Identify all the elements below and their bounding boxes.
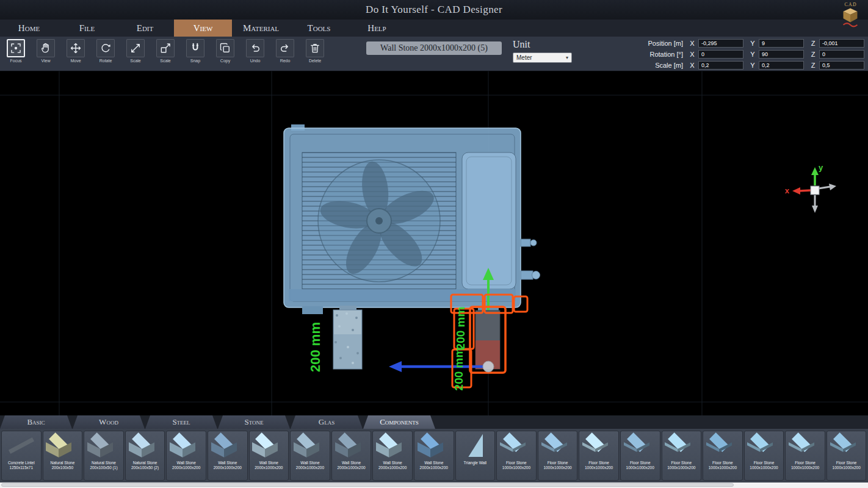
palette-item-thumbnail [7,432,35,461]
position-x-input[interactable] [698,39,743,48]
palette-item-name: Wall Stone [424,461,443,465]
palette-item-thumbnail [667,432,695,461]
palette-item[interactable]: Concrete Lintel 1250x115x71 [1,431,42,481]
palette-item-size: 1000x1000x200 [750,465,778,470]
transform-panel: Position [m] X Y Z Rotation [°] X Y Z Sc… [627,38,864,70]
unit-select[interactable]: Meter ▾ [513,52,572,63]
rotate-button[interactable]: Rotate [95,39,117,63]
palette-item-size: 2000x1000x200 [172,465,200,470]
stone-pillar[interactable] [333,306,362,369]
menu-item-material[interactable]: Material [232,20,290,37]
palette-item[interactable]: Floor Stone 1000x1000x200 [744,431,784,481]
palette-item[interactable]: Floor Stone 1000x1000x200 [785,431,825,481]
ac-unit-model[interactable] [284,124,540,314]
dimension-label: 200 mm [308,322,323,372]
palette-item-size: 2000x1000x200 [214,465,242,470]
selected-stone-block[interactable] [476,310,500,369]
palette-item[interactable]: Wall Stone 2000x1000x200 [414,431,454,481]
tab-basic[interactable]: Basic [0,415,72,429]
palette-item[interactable]: Wall Stone 2000x1000x200 [372,431,413,481]
palette-item-name: Wall Stone [300,461,319,465]
tab-components[interactable]: Components [363,415,435,429]
palette-item-size: 1000x1000x200 [502,465,530,470]
palette-item-thumbnail [420,432,448,461]
palette-item-size: 1000x1000x200 [543,465,571,470]
palette-item-size: 200x100x50 [52,465,73,470]
rotation-y-input[interactable] [759,50,804,59]
menu-item-edit[interactable]: Edit [116,20,174,37]
palette-item[interactable]: Triangle Wall [455,431,496,481]
palette-item-thumbnail [255,432,283,461]
rotation-z-input[interactable] [819,50,864,59]
scrollbar-thumb[interactable] [1,483,734,487]
menu-item-view[interactable]: View [174,20,232,37]
palette-item[interactable]: Floor Stone 1000x1000x200 [703,431,743,481]
palette-item-thumbnail [131,432,159,461]
viewport-canvas[interactable]: 200 mm 200 mm 200 mm y x [0,71,868,415]
palette-item-name: Floor Stone [630,461,651,465]
transform-row-position: Position [m] X Y Z [627,38,864,48]
palette-item-thumbnail [48,432,76,461]
axis-y-label: Y [749,40,756,47]
palette-item-name: Wall Stone [218,461,237,465]
focus-button[interactable]: Focus [5,39,27,63]
dimension-label: 200 mm [452,348,465,391]
unit-control: Unit Meter ▾ [513,39,572,63]
palette-item-thumbnail [214,432,242,461]
palette-item[interactable]: Floor Stone 1000x1000x200 [662,431,702,481]
palette-item[interactable]: Floor Stone 1000x1000x200 [826,431,867,481]
gizmo-origin-handle[interactable] [483,361,494,372]
palette-item-name: Wall Stone [383,461,402,465]
palette-item[interactable]: Floor Stone 1000x1000x200 [579,431,619,481]
scale-x-input[interactable] [698,61,743,70]
position-y-input[interactable] [759,39,804,48]
rotation-x-input[interactable] [698,50,743,59]
scale-y-input[interactable] [759,61,804,70]
palette-item[interactable]: Wall Stone 2000x1000x200 [249,431,289,481]
scale-z-input[interactable] [819,61,864,70]
palette-item-name: Floor Stone [754,461,775,465]
view-button[interactable]: View [35,39,57,63]
copy-button[interactable]: Copy [214,39,236,63]
orientation-gizmo[interactable]: y x [785,163,836,213]
palette-item-name: Floor Stone [548,461,568,465]
palette-item[interactable]: Floor Stone 1000x1000x200 [538,431,578,481]
axis-x-label: X [689,51,696,58]
palette-item[interactable]: Natural Stone 200x100x50 (2) [125,431,165,481]
thumb-top-face [9,437,34,454]
palette-item[interactable]: Floor Stone 1000x1000x200 [620,431,660,481]
position-z-input[interactable] [819,39,864,48]
menu-item-tools[interactable]: Tools [290,20,348,37]
scale-box-button[interactable]: Scale [154,39,176,63]
redo-button[interactable]: Redo [274,39,296,63]
title-bar: Do It Yourself - CAD Designer [0,0,868,20]
tab-steel[interactable]: Steel [145,415,217,429]
palette-item-name: Concrete Lintel [8,461,35,465]
menu-item-home[interactable]: Home [0,20,58,37]
tab-wood[interactable]: Wood [73,415,145,429]
palette-item[interactable]: Wall Stone 2000x1000x200 [166,431,206,481]
palette-item[interactable]: Wall Stone 2000x1000x200 [331,431,372,481]
menu-item-help[interactable]: Help [348,20,406,37]
palette-item[interactable]: Wall Stone 2000x1000x200 [290,431,330,481]
trash-icon [309,42,321,54]
tab-stone[interactable]: Stone [218,415,290,429]
scale-button[interactable]: Scale [125,39,146,63]
gizmo-x-label: x [785,186,790,195]
palette-item[interactable]: Natural Stone 200x100x50 [43,431,83,481]
palette-item[interactable]: Floor Stone 1000x1000x200 [496,431,537,481]
palette-item-name: Natural Stone [133,461,157,465]
palette-item-size: 2000x1000x200 [255,465,283,470]
snap-button[interactable]: Snap [184,39,206,63]
tab-glas[interactable]: Glas [291,415,363,429]
delete-button[interactable]: Delete [304,39,326,63]
menu-item-file[interactable]: File [58,20,116,37]
tool-buttons: Focus View Move Rotate Scale Scale [5,39,326,63]
dimension-label: 200 mm [454,307,467,350]
move-button[interactable]: Move [65,39,87,63]
window-title: Do It Yourself - CAD Designer [366,4,502,16]
palette-item[interactable]: Wall Stone 2000x1000x200 [208,431,248,481]
undo-button[interactable]: Undo [244,39,266,63]
palette-item[interactable]: Natural Stone 200x100x50 (1) [84,431,124,481]
horizontal-scrollbar[interactable] [0,483,868,488]
